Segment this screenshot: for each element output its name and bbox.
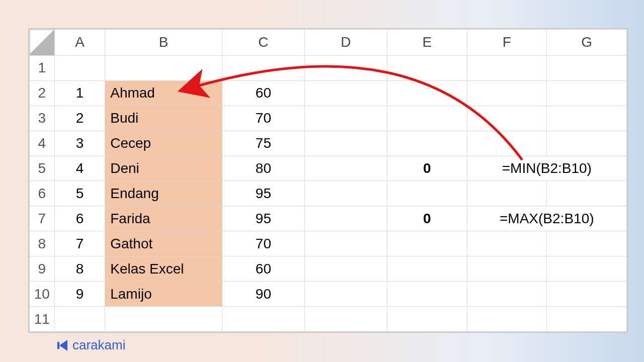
select-all-corner[interactable] <box>30 30 55 56</box>
cell-no[interactable]: 7 <box>54 231 105 256</box>
row-header[interactable]: 6 <box>30 181 55 206</box>
cell-nilai[interactable]: 95 <box>222 206 304 231</box>
cell-no[interactable]: 8 <box>54 256 105 282</box>
cell[interactable] <box>467 80 547 106</box>
col-header-F[interactable]: F <box>467 30 547 56</box>
header-nama[interactable]: NAMA <box>105 55 222 80</box>
cell-no[interactable]: 9 <box>54 282 105 307</box>
col-header-C[interactable]: C <box>222 30 304 56</box>
cell-nama[interactable]: Endang <box>105 181 222 206</box>
cell[interactable] <box>467 106 547 131</box>
cell-nama[interactable]: Lamijo <box>105 282 222 307</box>
cell-nilai[interactable]: 95 <box>222 181 304 206</box>
cell[interactable] <box>467 231 547 256</box>
cell-nama[interactable]: Deni <box>105 156 222 181</box>
cell[interactable] <box>304 231 387 256</box>
cell-nama[interactable]: Budi <box>105 106 222 131</box>
cell[interactable] <box>304 131 387 156</box>
row-header[interactable]: 2 <box>30 80 55 106</box>
cell-nilai[interactable]: 75 <box>222 131 304 156</box>
row-11: 11 <box>30 307 627 332</box>
row-header[interactable]: 11 <box>30 307 55 332</box>
cell[interactable] <box>467 307 547 332</box>
cell[interactable] <box>547 256 627 282</box>
cell[interactable] <box>467 181 547 206</box>
cell-nama[interactable]: Kelas Excel <box>105 256 222 282</box>
cell-no[interactable]: 1 <box>54 80 105 106</box>
cell-nilai[interactable]: 80 <box>222 156 304 181</box>
cell[interactable] <box>547 181 627 206</box>
cell[interactable] <box>304 206 387 231</box>
max-result-cell[interactable]: 0 <box>387 206 467 231</box>
cell-nilai[interactable]: 90 <box>222 282 304 307</box>
cell[interactable] <box>547 106 627 131</box>
cell[interactable] <box>387 106 467 131</box>
cell[interactable] <box>547 80 627 106</box>
cell[interactable] <box>467 55 547 80</box>
header-nilai[interactable]: NILAI <box>222 55 304 80</box>
row-header[interactable]: 3 <box>30 106 55 131</box>
cell[interactable] <box>304 256 387 282</box>
max-formula-cell[interactable]: =MAX(B2:B10) <box>467 206 626 231</box>
col-header-E[interactable]: E <box>387 30 467 56</box>
cell[interactable] <box>304 307 387 332</box>
cell[interactable] <box>547 131 627 156</box>
cell[interactable] <box>304 55 387 80</box>
cell-nama[interactable]: Gathot <box>105 231 222 256</box>
cell[interactable] <box>547 282 627 307</box>
cell[interactable] <box>467 282 547 307</box>
row-header[interactable]: 8 <box>30 231 55 256</box>
header-no[interactable]: NO <box>54 55 105 80</box>
cell[interactable] <box>547 55 627 80</box>
cell-nama[interactable]: Cecep <box>105 131 222 156</box>
cell-no[interactable]: 5 <box>54 181 105 206</box>
cell[interactable] <box>467 256 547 282</box>
cell-nilai[interactable]: 60 <box>222 80 304 106</box>
cell[interactable] <box>304 282 387 307</box>
row-header[interactable]: 1 <box>30 55 55 80</box>
cell[interactable] <box>387 307 467 332</box>
cell[interactable] <box>304 156 387 181</box>
min-result-cell[interactable]: 0 <box>387 156 467 181</box>
cell[interactable] <box>547 307 627 332</box>
cell-nilai[interactable]: 60 <box>222 256 304 282</box>
cell[interactable] <box>387 55 467 80</box>
cell[interactable] <box>304 181 387 206</box>
cell-no[interactable]: 6 <box>54 206 105 231</box>
cell-no[interactable]: 2 <box>54 106 105 131</box>
row-header[interactable]: 7 <box>30 206 55 231</box>
cell-nilai[interactable]: 70 <box>222 106 304 131</box>
cell-nama[interactable]: Ahmad <box>105 80 222 106</box>
cell[interactable] <box>105 307 222 332</box>
cell-no[interactable]: 4 <box>54 156 105 181</box>
cell[interactable] <box>304 106 387 131</box>
col-header-B[interactable]: B <box>105 30 222 56</box>
cell[interactable] <box>387 181 467 206</box>
row-5: 5 4 Deni 80 0 =MIN(B2:B10) <box>30 156 627 181</box>
cell-nama[interactable]: Farida <box>105 206 222 231</box>
col-header-G[interactable]: G <box>547 30 627 56</box>
min-formula-cell[interactable]: =MIN(B2:B10) <box>467 156 626 181</box>
row-header[interactable]: 5 <box>30 156 55 181</box>
cell[interactable] <box>467 131 547 156</box>
cell[interactable] <box>387 80 467 106</box>
row-header[interactable]: 9 <box>30 256 55 282</box>
cell[interactable] <box>387 131 467 156</box>
svg-rect-0 <box>57 342 59 349</box>
col-header-D[interactable]: D <box>304 30 387 56</box>
cell[interactable] <box>54 307 105 332</box>
row-header[interactable]: 10 <box>30 282 55 307</box>
cell[interactable] <box>387 256 467 282</box>
row-10: 10 9 Lamijo 90 <box>30 282 627 307</box>
cell[interactable] <box>387 282 467 307</box>
row-header[interactable]: 4 <box>30 131 55 156</box>
cell[interactable] <box>547 231 627 256</box>
cell-no[interactable]: 3 <box>54 131 105 156</box>
cell[interactable] <box>304 80 387 106</box>
cell[interactable] <box>387 231 467 256</box>
logo-icon <box>56 339 69 352</box>
col-header-A[interactable]: A <box>54 30 105 56</box>
cell[interactable] <box>222 307 304 332</box>
row-4: 4 3 Cecep 75 <box>30 131 627 156</box>
cell-nilai[interactable]: 70 <box>222 231 304 256</box>
